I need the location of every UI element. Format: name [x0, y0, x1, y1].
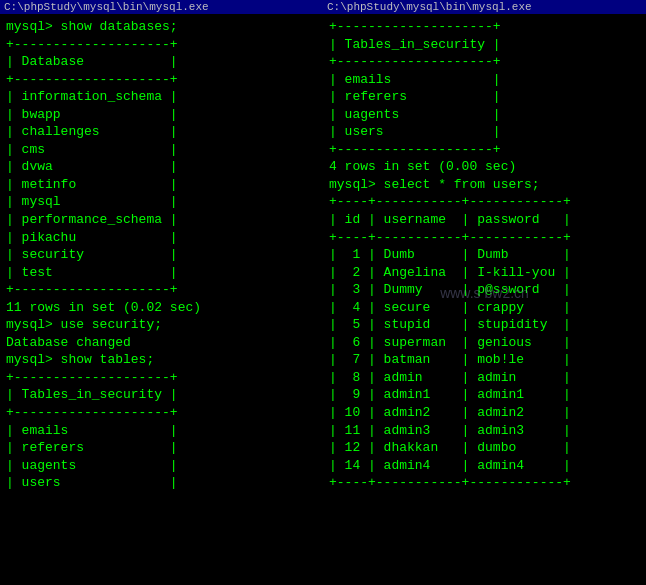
terminal-line: | 5 | stupid | stupidity | — [329, 316, 640, 334]
terminal-line: 4 rows in set (0.00 sec) — [329, 158, 640, 176]
left-terminal: C:\phpStudy\mysql\bin\mysql.exe mysql> s… — [0, 0, 323, 585]
terminal-line: mysql> show tables; — [6, 351, 317, 369]
terminal-line: +--------------------+ — [6, 369, 317, 387]
terminal-line: | emails | — [6, 422, 317, 440]
right-terminal: C:\phpStudy\mysql\bin\mysql.exe +-------… — [323, 0, 646, 585]
terminal-line: | challenges | — [6, 123, 317, 141]
terminal-line: | security | — [6, 246, 317, 264]
terminal-line: | Database | — [6, 53, 317, 71]
terminal-line: | emails | — [329, 71, 640, 89]
terminal-line: | test | — [6, 264, 317, 282]
terminal-line: mysql> select * from users; — [329, 176, 640, 194]
terminal-line: | 9 | admin1 | admin1 | — [329, 386, 640, 404]
terminal-line: | pikachu | — [6, 229, 317, 247]
terminal-line: | 12 | dhakkan | dumbo | — [329, 439, 640, 457]
terminal-line: +--------------------+ — [329, 141, 640, 159]
terminal-line: | uagents | — [6, 457, 317, 475]
terminal-line: | users | — [6, 474, 317, 492]
terminal-line: +--------------------+ — [6, 404, 317, 422]
terminal-line: | 14 | admin4 | admin4 | — [329, 457, 640, 475]
terminal-line: +--------------------+ — [6, 36, 317, 54]
terminal-line: | users | — [329, 123, 640, 141]
terminal-line: mysql> use security; — [6, 316, 317, 334]
terminal-line: | 3 | Dummy | p@ssword | — [329, 281, 640, 299]
terminal-line: | 8 | admin | admin | — [329, 369, 640, 387]
left-content: mysql> show databases;+-----------------… — [6, 18, 317, 492]
terminal-line: | id | username | password | — [329, 211, 640, 229]
terminal-line: | 6 | superman | genious | — [329, 334, 640, 352]
right-title-bar: C:\phpStudy\mysql\bin\mysql.exe — [323, 0, 646, 14]
terminal-line: +----+-----------+------------+ — [329, 474, 640, 492]
terminal-line: +--------------------+ — [6, 71, 317, 89]
terminal-line: +--------------------+ — [329, 18, 640, 36]
terminal-line: | cms | — [6, 141, 317, 159]
terminal-line: | dvwa | — [6, 158, 317, 176]
terminal-line: mysql> show databases; — [6, 18, 317, 36]
terminal-line: | uagents | — [329, 106, 640, 124]
terminal-line: | information_schema | — [6, 88, 317, 106]
terminal-line: | metinfo | — [6, 176, 317, 194]
terminal-line: | referers | — [329, 88, 640, 106]
terminal-line: | referers | — [6, 439, 317, 457]
terminal-line: +--------------------+ — [6, 281, 317, 299]
terminal-line: | 2 | Angelina | I-kill-you | — [329, 264, 640, 282]
terminal-line: | 4 | secure | crappy | — [329, 299, 640, 317]
right-content: +--------------------+| Tables_in_securi… — [329, 18, 640, 492]
terminal-line: Database changed — [6, 334, 317, 352]
terminal-line: +----+-----------+------------+ — [329, 229, 640, 247]
terminal-line: | bwapp | — [6, 106, 317, 124]
terminal-line: | 10 | admin2 | admin2 | — [329, 404, 640, 422]
terminal-line: 11 rows in set (0.02 sec) — [6, 299, 317, 317]
terminal-line: | performance_schema | — [6, 211, 317, 229]
terminal-line: | 1 | Dumb | Dumb | — [329, 246, 640, 264]
terminal-line: | mysql | — [6, 193, 317, 211]
terminal-line: | Tables_in_security | — [6, 386, 317, 404]
terminal-line: +----+-----------+------------+ — [329, 193, 640, 211]
terminal-line: | 7 | batman | mob!le | — [329, 351, 640, 369]
terminal-line: | Tables_in_security | — [329, 36, 640, 54]
terminal-line: +--------------------+ — [329, 53, 640, 71]
left-title-bar: C:\phpStudy\mysql\bin\mysql.exe — [0, 0, 323, 14]
terminal-line: | 11 | admin3 | admin3 | — [329, 422, 640, 440]
